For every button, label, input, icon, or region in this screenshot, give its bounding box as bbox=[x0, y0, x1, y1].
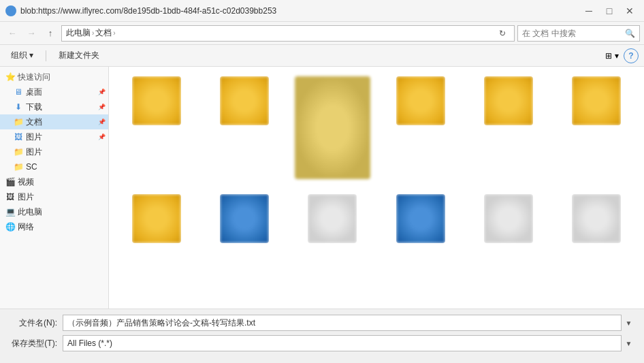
pictures2-icon: 🖼 bbox=[5, 192, 15, 202]
address-sep1: › bbox=[92, 29, 94, 37]
file-item[interactable] bbox=[116, 74, 197, 185]
sidebar-item-videos[interactable]: 🎬 视频 bbox=[0, 174, 108, 189]
maximize-button[interactable]: □ bbox=[600, 4, 618, 18]
sidebar-item-label: 文档 bbox=[26, 116, 42, 128]
file-item[interactable] bbox=[556, 191, 637, 302]
search-icon[interactable]: 🔍 bbox=[625, 29, 635, 38]
file-item[interactable] bbox=[204, 74, 285, 185]
new-folder-button[interactable]: 新建文件夹 bbox=[53, 48, 105, 64]
title-bar-left: blob:https://www.iflyrec.com/8de195db-1b… bbox=[5, 5, 276, 16]
file-item[interactable] bbox=[468, 191, 549, 302]
documents-icon: 📁 bbox=[14, 117, 23, 127]
back-button[interactable]: ← bbox=[4, 25, 20, 42]
filetype-input-wrap: ▼ bbox=[63, 335, 636, 351]
navigation-bar: ← → ↑ 此电脑 › 文档 › ↻ 🔍 bbox=[0, 22, 644, 45]
window-title: blob:https://www.iflyrec.com/8de195db-1b… bbox=[20, 6, 276, 16]
sidebar-item-sc[interactable]: 📁 SC bbox=[0, 159, 108, 174]
main-area: ⭐ 快速访问 🖥 桌面 📌 ⬇ 下载 📌 📁 文档 📌 🖼 图片 📌 📁 图片 bbox=[0, 67, 644, 309]
filetype-row: 保存类型(T): ▼ bbox=[8, 335, 636, 351]
file-thumb bbox=[396, 194, 445, 243]
address-refresh-button[interactable]: ↻ bbox=[495, 26, 510, 41]
videos-icon: 🎬 bbox=[5, 177, 15, 187]
file-thumb bbox=[572, 76, 621, 125]
toolbar: 组织 ▾ 新建文件夹 ⊞ ▾ ? bbox=[0, 45, 644, 67]
filename-input[interactable] bbox=[63, 315, 636, 331]
toolbar-right: ⊞ ▾ ? bbox=[603, 48, 639, 64]
sc-icon: 📁 bbox=[14, 162, 23, 172]
sidebar-item-downloads2[interactable]: 📁 图片 bbox=[0, 144, 108, 159]
sidebar-item-label: 下载 bbox=[26, 101, 42, 113]
desktop-icon: 🖥 bbox=[14, 87, 23, 97]
sidebar-item-pictures2[interactable]: 🖼 图片 bbox=[0, 189, 108, 204]
sidebar-item-network[interactable]: 🌐 网络 bbox=[0, 219, 108, 234]
view-toggle-button[interactable]: ⊞ ▾ bbox=[603, 48, 621, 64]
downloads-icon: ⬇ bbox=[14, 102, 23, 112]
file-item[interactable] bbox=[116, 191, 197, 302]
sidebar-item-label: 快速访问 bbox=[18, 72, 50, 83]
file-thumb bbox=[132, 194, 181, 243]
filetype-dropdown-button[interactable]: ▼ bbox=[621, 335, 636, 351]
close-button[interactable]: ✕ bbox=[621, 4, 639, 18]
search-input[interactable] bbox=[522, 29, 625, 38]
file-item[interactable] bbox=[292, 191, 373, 302]
sidebar: ⭐ 快速访问 🖥 桌面 📌 ⬇ 下载 📌 📁 文档 📌 🖼 图片 📌 📁 图片 bbox=[0, 67, 109, 309]
pictures-pin-icon: 📌 bbox=[98, 133, 106, 140]
file-item[interactable] bbox=[556, 74, 637, 185]
sidebar-item-documents[interactable]: 📁 文档 📌 bbox=[0, 114, 108, 129]
sidebar-item-computer[interactable]: 💻 此电脑 bbox=[0, 204, 108, 219]
sidebar-item-pictures[interactable]: 🖼 图片 📌 bbox=[0, 129, 108, 144]
file-grid bbox=[109, 67, 644, 309]
address-bar[interactable]: 此电脑 › 文档 › ↻ bbox=[61, 25, 515, 42]
address-current: 文档 bbox=[95, 27, 112, 39]
filename-dropdown-button[interactable]: ▼ bbox=[621, 315, 636, 331]
sidebar-item-desktop[interactable]: 🖥 桌面 📌 bbox=[0, 84, 108, 99]
file-thumb bbox=[220, 76, 269, 125]
filename-row: 文件名(N): ▼ bbox=[8, 315, 636, 331]
up-button[interactable]: ↑ bbox=[42, 25, 59, 42]
file-item[interactable] bbox=[204, 191, 285, 302]
file-thumb bbox=[308, 194, 357, 243]
pictures-icon: 🖼 bbox=[14, 132, 23, 142]
sidebar-item-quick-access[interactable]: ⭐ 快速访问 bbox=[0, 69, 108, 84]
file-thumb bbox=[220, 194, 269, 243]
sidebar-item-label: 此电脑 bbox=[18, 206, 42, 218]
sidebar-item-label: 桌面 bbox=[26, 86, 42, 98]
file-thumb bbox=[484, 194, 533, 243]
sidebar-item-label: 图片 bbox=[18, 191, 34, 203]
filetype-input bbox=[63, 335, 636, 351]
sidebar-item-label: 网络 bbox=[18, 221, 34, 233]
address-path: 此电脑 › 文档 › bbox=[66, 27, 492, 39]
file-thumb bbox=[484, 76, 533, 125]
desktop-pin-icon: 📌 bbox=[98, 89, 106, 95]
filename-input-wrap: ▼ bbox=[63, 315, 636, 331]
filename-label: 文件名(N): bbox=[8, 317, 63, 329]
file-item[interactable] bbox=[380, 191, 461, 302]
bottom-section: 文件名(N): ▼ 保存类型(T): ▼ bbox=[0, 309, 644, 361]
file-item[interactable] bbox=[380, 74, 461, 185]
forward-button[interactable]: → bbox=[23, 25, 39, 42]
title-bar: blob:https://www.iflyrec.com/8de195db-1b… bbox=[0, 0, 644, 22]
organize-button[interactable]: 组织 ▾ bbox=[5, 48, 39, 64]
sidebar-item-label: 图片 bbox=[26, 131, 42, 143]
sidebar-item-label: 图片 bbox=[26, 146, 42, 158]
minimize-button[interactable]: ─ bbox=[580, 4, 598, 18]
help-button[interactable]: ? bbox=[624, 48, 639, 63]
filetype-label: 保存类型(T): bbox=[8, 338, 63, 349]
downloads-pin-icon: 📌 bbox=[98, 104, 106, 110]
toolbar-separator bbox=[46, 50, 46, 61]
address-root: 此电脑 bbox=[66, 27, 91, 39]
file-item[interactable] bbox=[468, 74, 549, 185]
window-controls: ─ □ ✕ bbox=[580, 4, 639, 18]
file-thumb bbox=[295, 76, 370, 179]
computer-icon: 💻 bbox=[5, 207, 15, 217]
quick-access-icon: ⭐ bbox=[5, 72, 15, 82]
sidebar-item-downloads[interactable]: ⬇ 下载 📌 bbox=[0, 99, 108, 114]
file-thumb bbox=[396, 76, 445, 125]
file-thumb bbox=[572, 194, 621, 243]
app-icon bbox=[5, 5, 16, 16]
sidebar-item-label: 视频 bbox=[18, 176, 34, 188]
file-thumb bbox=[132, 76, 181, 125]
file-item[interactable] bbox=[292, 74, 373, 185]
search-box[interactable]: 🔍 bbox=[517, 25, 640, 42]
documents-pin-icon: 📌 bbox=[98, 119, 106, 125]
